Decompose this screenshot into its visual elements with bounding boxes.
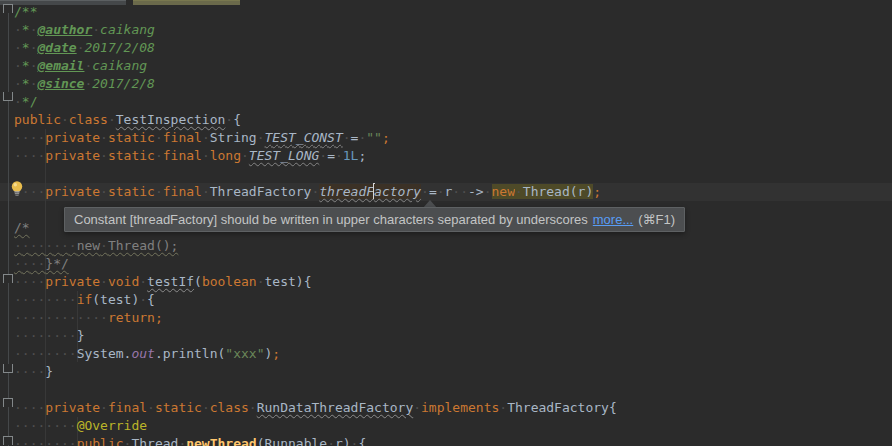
- code-line[interactable]: ····}: [14, 363, 617, 381]
- fold-marker-open[interactable]: [3, 436, 13, 445]
- whitespace-dot: ·: [61, 328, 69, 343]
- whitespace-dot: ·: [100, 400, 108, 415]
- whitespace-dot: ·: [45, 418, 53, 433]
- gutter-fold-line: [8, 5, 9, 446]
- whitespace-dot: ·: [92, 22, 100, 37]
- code-line[interactable]: ········}: [14, 327, 617, 345]
- code-line[interactable]: [14, 381, 617, 399]
- whitespace-dot: ·: [69, 436, 77, 446]
- whitespace-dot: ·: [53, 436, 61, 446]
- whitespace-dot: ·: [14, 76, 22, 91]
- whitespace-dot: ·: [155, 184, 163, 199]
- whitespace-dot: ·: [14, 238, 22, 253]
- code-line[interactable]: ·*/: [14, 93, 617, 111]
- whitespace-dot: ·: [61, 292, 69, 307]
- whitespace-dot: ·: [202, 184, 210, 199]
- whitespace-dot: ·: [37, 364, 45, 379]
- tooltip-text: Constant [threadFactory] should be writt…: [74, 212, 588, 227]
- whitespace-dot: ·: [257, 274, 265, 289]
- whitespace-dot: ·: [241, 148, 249, 163]
- whitespace-dot: ·: [14, 328, 22, 343]
- code-line[interactable]: ·*·@date·2017/2/08: [14, 39, 617, 57]
- whitespace-dot: ·: [69, 310, 77, 325]
- whitespace-dot: ·: [14, 346, 22, 361]
- whitespace-dot: ·: [14, 22, 22, 37]
- code-line[interactable]: ····private·void·testIf(boolean·test){: [14, 273, 617, 291]
- whitespace-dot: ·: [14, 418, 22, 433]
- whitespace-dot: ·: [22, 436, 30, 446]
- whitespace-dot: ·: [14, 94, 22, 109]
- whitespace-dot: ·: [499, 400, 507, 415]
- code-line[interactable]: ········@Override: [14, 417, 617, 435]
- whitespace-dot: ·: [92, 310, 100, 325]
- whitespace-dot: ·: [69, 418, 77, 433]
- whitespace-dot: ·: [14, 58, 22, 73]
- intention-lightbulb-icon[interactable]: [9, 180, 25, 197]
- whitespace-dot: ·: [22, 274, 30, 289]
- whitespace-dot: ·: [22, 328, 30, 343]
- whitespace-dot: ·: [45, 436, 53, 446]
- whitespace-dot: ·: [14, 148, 22, 163]
- code-line[interactable]: ·*·@author·caikang: [14, 21, 617, 39]
- whitespace-dot: ·: [53, 292, 61, 307]
- fold-marker-close[interactable]: [3, 364, 13, 373]
- whitespace-dot: ·: [53, 238, 61, 253]
- whitespace-dot: ·: [351, 436, 359, 446]
- whitespace-dot: ·: [69, 346, 77, 361]
- whitespace-dot: ·: [53, 310, 61, 325]
- code-line[interactable]: ·*·@email·caikang: [14, 57, 617, 75]
- whitespace-dot: ·: [14, 292, 22, 307]
- whitespace-dot: ·: [61, 112, 69, 127]
- code-line[interactable]: ····private·static·final·String·TEST_CON…: [14, 129, 617, 147]
- whitespace-dot: ·: [155, 130, 163, 145]
- whitespace-dot: ·: [45, 328, 53, 343]
- whitespace-dot: ·: [69, 238, 77, 253]
- whitespace-dot: ·: [14, 256, 22, 271]
- fold-marker-open[interactable]: [3, 274, 13, 283]
- code-line[interactable]: ·*·@since·2017/2/8: [14, 75, 617, 93]
- whitespace-dot: ·: [108, 112, 116, 127]
- whitespace-dot: ·: [22, 418, 30, 433]
- whitespace-dot: ·: [14, 364, 22, 379]
- whitespace-dot: ·: [225, 112, 233, 127]
- whitespace-dot: ·: [69, 328, 77, 343]
- whitespace-dot: ·: [319, 148, 327, 163]
- whitespace-dot: ·: [249, 400, 257, 415]
- code-line[interactable]: ········public·Thread·newThread(Runnable…: [14, 435, 617, 446]
- whitespace-dot: ·: [22, 292, 30, 307]
- whitespace-dot: ·: [22, 400, 30, 415]
- fold-marker-open[interactable]: [3, 398, 13, 407]
- whitespace-dot: ·: [515, 184, 523, 199]
- whitespace-dot: ·: [100, 184, 108, 199]
- code-line[interactable]: ····private·static·final·long·TEST_LONG·…: [14, 147, 617, 165]
- code-line[interactable]: /**: [14, 3, 617, 21]
- code-line[interactable]: [14, 165, 617, 183]
- whitespace-dot: ·: [100, 130, 108, 145]
- whitespace-dot: ·: [14, 400, 22, 415]
- whitespace-dot: ·: [100, 238, 108, 253]
- whitespace-dot: ·: [124, 436, 132, 446]
- whitespace-dot: ·: [45, 292, 53, 307]
- whitespace-dot: ·: [139, 274, 147, 289]
- whitespace-dot: ·: [343, 130, 351, 145]
- code-line[interactable]: ····private·final·static·class·RunDataTh…: [14, 399, 617, 417]
- code-line[interactable]: ····}*/: [14, 255, 617, 273]
- whitespace-dot: ·: [53, 418, 61, 433]
- tooltip-more-link[interactable]: more...: [593, 212, 633, 227]
- whitespace-dot: ·: [257, 130, 265, 145]
- tooltip-shortcut: (⌘F1): [638, 212, 675, 227]
- whitespace-dot: ·: [45, 238, 53, 253]
- whitespace-dot: ·: [22, 238, 30, 253]
- whitespace-dot: ·: [14, 274, 22, 289]
- whitespace-dot: ·: [22, 364, 30, 379]
- code-line[interactable]: ····private·static·final·ThreadFactory·t…: [14, 183, 617, 201]
- code-line[interactable]: ········new·Thread();: [14, 237, 617, 255]
- code-line[interactable]: public·class·TestInspection·{: [14, 111, 617, 129]
- code-line[interactable]: ············return;: [14, 309, 617, 327]
- whitespace-dot: ·: [61, 346, 69, 361]
- whitespace-dot: ·: [22, 148, 30, 163]
- code-line[interactable]: ········if(test)·{: [14, 291, 617, 309]
- fold-marker-open[interactable]: [3, 4, 13, 13]
- fold-marker-close[interactable]: [3, 92, 13, 101]
- code-line[interactable]: ········System.out.println("xxx");: [14, 345, 617, 363]
